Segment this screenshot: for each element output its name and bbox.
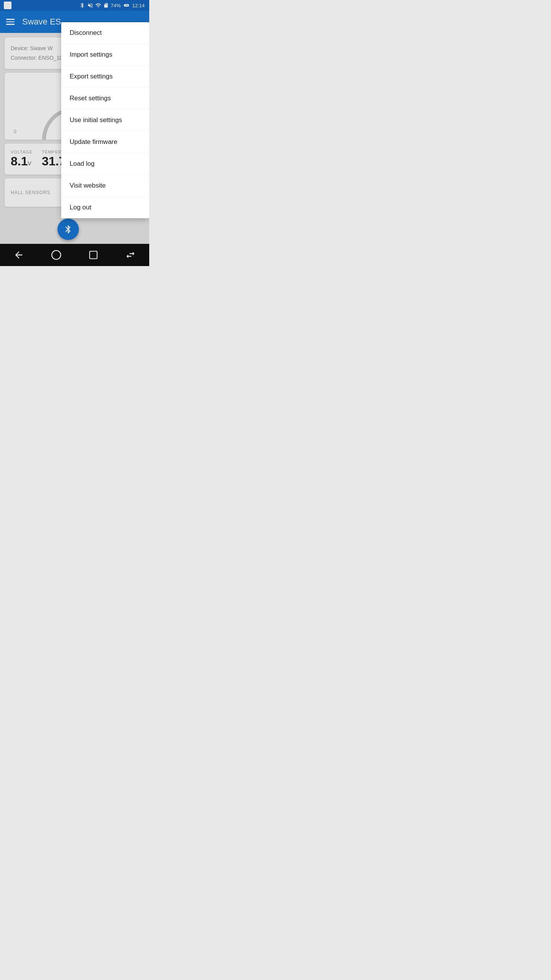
menu-item-export-settings[interactable]: Export settings [61, 66, 149, 88]
dropdown-menu: DisconnectImport settingsExport settings… [61, 22, 149, 218]
menu-item-visit-website[interactable]: Visit website [61, 175, 149, 197]
menu-item-log-out[interactable]: Log out [61, 197, 149, 218]
menu-item-update-firmware[interactable]: Update firmware [61, 131, 149, 153]
menu-item-import-settings[interactable]: Import settings [61, 44, 149, 66]
menu-item-disconnect[interactable]: Disconnect [61, 22, 149, 44]
menu-item-use-initial-settings[interactable]: Use initial settings [61, 109, 149, 131]
menu-item-reset-settings[interactable]: Reset settings [61, 88, 149, 109]
menu-item-load-log[interactable]: Load log [61, 153, 149, 175]
